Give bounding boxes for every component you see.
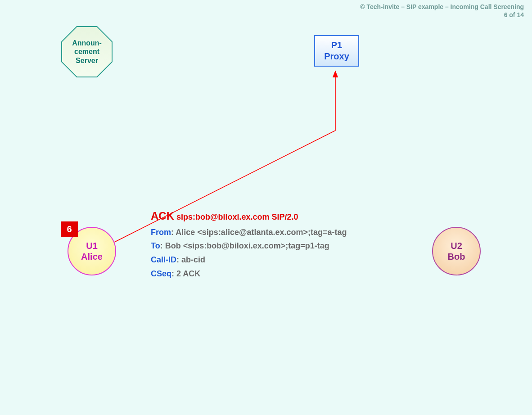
header-page-count: 6 of 14 xyxy=(360,11,524,19)
announcement-line1: Announ- xyxy=(72,39,102,47)
diagram-canvas: © Tech-invite – SIP example – Incoming C… xyxy=(0,0,532,415)
proxy-line2: Proxy xyxy=(324,51,349,62)
sip-header-callid: Call-ID: ab-cid xyxy=(151,253,347,267)
hdr-name: CSeq xyxy=(151,269,171,278)
alice-line1: U1 xyxy=(86,240,98,251)
step-number-badge: 6 xyxy=(61,221,78,237)
bob-line1: U2 xyxy=(451,240,462,251)
step-number: 6 xyxy=(67,224,72,235)
announcement-line3: Server xyxy=(72,56,102,65)
u2-bob-node: U2 Bob xyxy=(432,227,481,275)
hdr-value: : Bob <sips:bob@biloxi.ex.com>;tag=p1-ta… xyxy=(160,241,329,250)
sip-message-block: ACK sips:bob@biloxi.ex.com SIP/2.0 From:… xyxy=(151,207,347,280)
sip-method: ACK xyxy=(151,210,174,222)
hdr-value: : Alice <sips:alice@atlanta.ex.com>;tag=… xyxy=(171,228,347,237)
sip-header-from: From: Alice <sips:alice@atlanta.ex.com>;… xyxy=(151,226,347,239)
p1-proxy-node: P1 Proxy xyxy=(314,35,359,67)
sip-header-to: To: Bob <sips:bob@biloxi.ex.com>;tag=p1-… xyxy=(151,239,347,253)
hdr-name: To xyxy=(151,241,160,250)
header-title: © Tech-invite – SIP example – Incoming C… xyxy=(360,3,524,11)
announcement-server-node: Announ- cement Server xyxy=(62,27,112,77)
hdr-value: : 2 ACK xyxy=(171,269,200,278)
page-header: © Tech-invite – SIP example – Incoming C… xyxy=(360,3,524,19)
proxy-line1: P1 xyxy=(331,40,342,51)
bob-line2: Bob xyxy=(448,251,465,262)
hdr-name: From xyxy=(151,228,171,237)
hdr-value: : ab-cid xyxy=(176,255,205,264)
hdr-name: Call-ID xyxy=(151,255,176,264)
sip-request-line: ACK sips:bob@biloxi.ex.com SIP/2.0 xyxy=(151,207,347,226)
announcement-line2: cement xyxy=(72,47,102,56)
sip-header-cseq: CSeq: 2 ACK xyxy=(151,267,347,281)
alice-line2: Alice xyxy=(81,251,103,262)
sip-request-rest: sips:bob@biloxi.ex.com SIP/2.0 xyxy=(174,212,298,221)
